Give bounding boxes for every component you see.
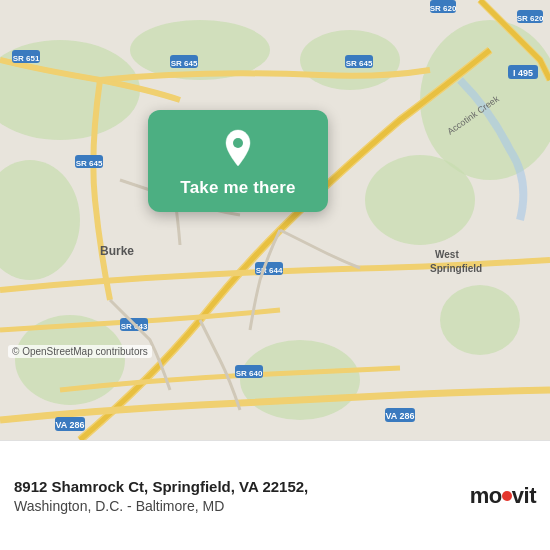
moovit-brand-text: movit: [470, 483, 536, 509]
svg-text:SR 651: SR 651: [13, 54, 40, 63]
address-block: 8912 Shamrock Ct, Springfield, VA 22152,…: [14, 477, 458, 515]
location-pin-icon: [218, 128, 258, 168]
svg-text:VA 286: VA 286: [385, 411, 414, 421]
moovit-dot-icon: [502, 491, 512, 501]
svg-text:SR 644: SR 644: [256, 266, 283, 275]
svg-text:SR 645: SR 645: [171, 59, 198, 68]
svg-text:SR 645: SR 645: [76, 159, 103, 168]
svg-text:Burke: Burke: [100, 244, 134, 258]
svg-text:SR 620: SR 620: [430, 4, 457, 13]
svg-text:SR 620: SR 620: [517, 14, 544, 23]
osm-attribution: © OpenStreetMap contributors: [8, 345, 152, 358]
address-line1: 8912 Shamrock Ct, Springfield, VA 22152,: [14, 477, 458, 497]
moovit-word2: vit: [512, 483, 536, 508]
svg-text:West: West: [435, 249, 459, 260]
svg-text:I 495: I 495: [513, 68, 533, 78]
moovit-logo: movit: [470, 483, 536, 509]
svg-text:Springfield: Springfield: [430, 263, 482, 274]
svg-text:SR 640: SR 640: [236, 369, 263, 378]
svg-text:SR 645: SR 645: [346, 59, 373, 68]
svg-point-4: [365, 155, 475, 245]
svg-point-5: [440, 285, 520, 355]
svg-text:VA 286: VA 286: [55, 420, 84, 430]
map-container: Accotink Creek SR 620 SR 620 I 495 SR 65…: [0, 0, 550, 440]
info-bar: 8912 Shamrock Ct, Springfield, VA 22152,…: [0, 440, 550, 550]
svg-point-38: [233, 138, 243, 148]
svg-point-7: [240, 340, 360, 420]
moovit-word: mo: [470, 483, 502, 508]
map-popup[interactable]: Take me there: [148, 110, 328, 212]
address-line2: Washington, D.C. - Baltimore, MD: [14, 498, 458, 514]
take-me-there-button[interactable]: Take me there: [180, 178, 295, 198]
